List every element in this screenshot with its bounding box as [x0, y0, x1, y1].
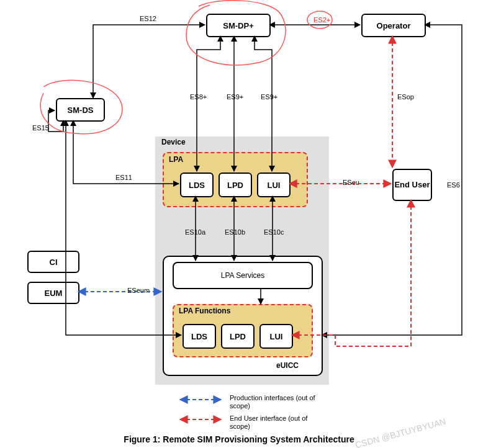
- eum-box: EUM: [27, 282, 79, 304]
- lpd1-box: LPD: [219, 172, 252, 197]
- eseu-label: ESeu: [343, 179, 359, 186]
- legend-enduser: End User interface (out of scope): [230, 414, 323, 431]
- es12-label: ES12: [140, 15, 156, 22]
- es9b-label: ES9+: [261, 93, 277, 101]
- es10b-label: ES10b: [225, 228, 245, 236]
- es10c-label: ES10c: [264, 228, 284, 236]
- smds-box: SM-DS: [56, 98, 105, 122]
- lui2-box: LUI: [259, 324, 293, 349]
- lpa-services-box: LPA Services: [173, 262, 313, 289]
- lpa-functions-label: LPA Functions: [179, 307, 230, 315]
- lui1-box: LUI: [257, 172, 291, 197]
- lpd2-box: LPD: [221, 324, 255, 349]
- lds2-box: LDS: [183, 324, 216, 349]
- es9a-label: ES9+: [227, 93, 243, 101]
- diagram-canvas: Device LPA eUICC LPA Services LPA Functi…: [0, 0, 478, 448]
- smdp-box: SM-DP+: [206, 14, 271, 37]
- ci-box: CI: [27, 251, 79, 273]
- es15-label: ES15: [32, 124, 49, 132]
- es2p-label: ES2+: [313, 16, 330, 24]
- legend-production: Production interfaces (out of scope): [230, 394, 323, 410]
- es8-label: ES8+: [190, 93, 207, 101]
- es10a-label: ES10a: [185, 228, 205, 236]
- lds1-box: LDS: [180, 172, 214, 197]
- eseum-label: ESeum: [127, 287, 150, 294]
- enduser-box: End User: [392, 169, 432, 201]
- esop-label: ESop: [397, 93, 414, 101]
- lpa-label: LPA: [169, 155, 183, 164]
- es6-label: ES6: [447, 181, 460, 189]
- euicc-label: eUICC: [276, 361, 299, 370]
- es11-label: ES11: [115, 174, 132, 181]
- operator-box: Operator: [361, 14, 426, 37]
- device-label: Device: [161, 138, 186, 146]
